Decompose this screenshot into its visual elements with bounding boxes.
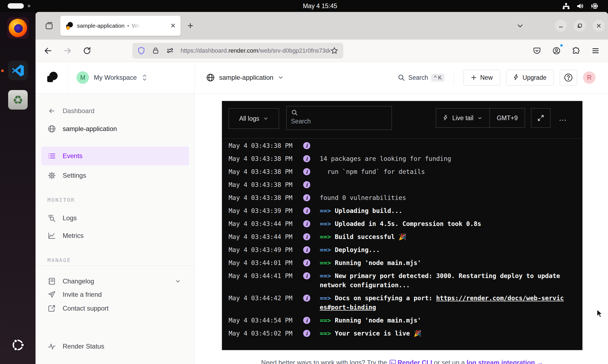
sidebar-item-settings[interactable]: Settings bbox=[36, 169, 194, 182]
log-message: ==> Uploading build... bbox=[320, 206, 564, 215]
header-divider bbox=[454, 70, 454, 85]
account-icon[interactable] bbox=[551, 45, 562, 57]
list-tabs-chevron-icon[interactable] bbox=[514, 20, 526, 32]
pocket-icon[interactable] bbox=[531, 45, 543, 57]
user-avatar[interactable]: R bbox=[583, 71, 596, 84]
log-row: May 4 03:45:02 PMi==> Your service is li… bbox=[229, 327, 576, 340]
expand-logs-button[interactable] bbox=[531, 108, 551, 128]
render-logo[interactable] bbox=[36, 62, 68, 93]
extensions-icon[interactable] bbox=[570, 45, 582, 57]
search-placeholder: Search bbox=[291, 118, 387, 125]
more-options-button[interactable]: … bbox=[559, 108, 568, 128]
log-row: May 4 03:44:54 PMi==> Running 'node main… bbox=[229, 314, 576, 327]
tab-strip: sample-application•We ✕ + bbox=[36, 12, 608, 40]
live-tail-button[interactable]: Live tail bbox=[436, 108, 489, 127]
log-arrow: ==> bbox=[320, 259, 335, 266]
render-header: M My Workspace sample-application Search… bbox=[36, 62, 608, 94]
sidebar-item-events[interactable]: Events bbox=[41, 146, 189, 165]
info-level-icon: i bbox=[303, 246, 310, 253]
log-row: May 4 03:43:44 PMi==> Uploaded in 4.5s. … bbox=[229, 217, 576, 230]
log-message: ==> Docs on specifying a port: https://r… bbox=[320, 293, 564, 312]
sidebar-service-name[interactable]: sample-application bbox=[36, 123, 194, 135]
workspace-selector[interactable]: M My Workspace bbox=[68, 62, 195, 93]
maximize-button[interactable] bbox=[574, 20, 586, 32]
lock-icon[interactable] bbox=[152, 47, 159, 55]
new-button[interactable]: New bbox=[463, 70, 500, 85]
sidebar-item-changelog[interactable]: Changelog bbox=[36, 275, 194, 288]
forward-icon[interactable] bbox=[62, 45, 73, 57]
sidebar-item-render-status[interactable]: Render Status bbox=[36, 340, 194, 353]
url-text[interactable]: https://dashboard.render.com/web/srv-d0b… bbox=[181, 47, 330, 54]
permissions-icon[interactable] bbox=[166, 47, 174, 55]
log-timestamp: May 4 03:44:01 PM bbox=[229, 258, 294, 267]
ubuntu-logo-icon[interactable] bbox=[7, 337, 29, 353]
log-message: run `npm fund` for details bbox=[320, 167, 564, 176]
log-row: May 4 03:44:01 PMi==> Running 'node main… bbox=[229, 256, 576, 269]
minimize-button[interactable] bbox=[555, 20, 567, 32]
new-tab-button[interactable]: + bbox=[184, 20, 196, 32]
menu-hamburger-icon[interactable] bbox=[590, 45, 601, 57]
log-message: ==> Uploaded in 4.5s. Compression took 0… bbox=[320, 219, 564, 228]
search-icon bbox=[398, 74, 405, 81]
sidebar-item-contact[interactable]: Contact support bbox=[36, 302, 194, 315]
tab-title: sample-application•We bbox=[77, 23, 140, 29]
log-row: May 4 03:43:49 PMi==> Deploying... bbox=[229, 243, 576, 256]
reload-icon[interactable] bbox=[81, 45, 93, 57]
terminal-icon bbox=[389, 360, 396, 364]
plus-icon bbox=[471, 74, 477, 81]
log-arrow: ==> bbox=[320, 272, 335, 279]
info-level-icon: i bbox=[303, 142, 310, 149]
log-row: May 4 03:43:38 PMifound 0 vulnerabilitie… bbox=[229, 191, 576, 204]
browser-toolbar: https://dashboard.render.com/web/srv-d0b… bbox=[36, 40, 608, 62]
close-window-button[interactable] bbox=[593, 20, 605, 32]
log-message: ==> Your service is live 🎉 bbox=[320, 329, 564, 338]
log-row: May 4 03:43:39 PMi==> Uploading build... bbox=[229, 204, 576, 217]
sidebar-item-metrics[interactable]: Metrics bbox=[36, 229, 194, 242]
sidebar-item-invite[interactable]: Invite a friend bbox=[36, 288, 194, 301]
log-timestamp: May 4 03:43:39 PM bbox=[229, 206, 294, 215]
back-arrow-icon bbox=[47, 107, 56, 115]
global-search[interactable]: Search ^ K bbox=[398, 74, 444, 82]
contact-icon bbox=[47, 304, 56, 312]
firefox-view-icon[interactable] bbox=[43, 20, 55, 32]
workspace-dot-indicator[interactable] bbox=[28, 5, 30, 7]
workspace-pill-indicator[interactable] bbox=[8, 3, 24, 9]
log-stream-link[interactable]: log stream integration → bbox=[466, 359, 543, 364]
running-indicator-dot bbox=[1, 69, 4, 72]
log-search-input[interactable]: Search bbox=[286, 106, 392, 130]
timezone-button[interactable]: GMT+9 bbox=[490, 108, 525, 127]
url-bar[interactable]: https://dashboard.render.com/web/srv-d0b… bbox=[132, 43, 343, 59]
vscode-icon[interactable] bbox=[8, 61, 28, 80]
sidebar: Dashboardsample-applicationEventsSetting… bbox=[36, 94, 195, 364]
help-button[interactable] bbox=[560, 70, 577, 85]
pulse-icon bbox=[47, 342, 56, 350]
log-message: found 0 vulnerabilities bbox=[320, 193, 564, 202]
sidebar-item-logs[interactable]: Logs bbox=[36, 212, 194, 224]
sidebar-back-dashboard[interactable]: Dashboard bbox=[36, 105, 194, 117]
log-timestamp: May 4 03:45:02 PM bbox=[229, 329, 294, 338]
log-timestamp: May 4 03:44:41 PM bbox=[229, 271, 294, 290]
log-filter-dropdown[interactable]: All logs bbox=[229, 108, 279, 129]
upgrade-button[interactable]: Upgrade bbox=[506, 70, 554, 85]
info-level-icon: i bbox=[303, 272, 310, 279]
info-level-icon: i bbox=[303, 233, 310, 240]
browser-tab[interactable]: sample-application•We ✕ bbox=[60, 16, 181, 36]
tab-close-icon[interactable]: ✕ bbox=[170, 22, 176, 30]
shield-icon[interactable] bbox=[137, 47, 145, 55]
info-level-icon: i bbox=[303, 194, 310, 201]
system-tray[interactable] bbox=[562, 0, 598, 12]
info-level-icon: i bbox=[303, 168, 310, 175]
log-timestamp: May 4 03:43:38 PM bbox=[229, 193, 294, 202]
back-icon[interactable] bbox=[42, 45, 54, 57]
clock[interactable]: May 4 15:45 bbox=[287, 0, 353, 12]
firefox-icon[interactable] bbox=[7, 17, 29, 39]
bookmark-star-icon[interactable] bbox=[330, 47, 338, 55]
log-row: May 4 03:44:41 PMi==> New primary port d… bbox=[229, 269, 576, 292]
log-timestamp: May 4 03:43:38 PM bbox=[229, 167, 294, 176]
log-row: May 4 03:43:38 PMi run `npm fund` for de… bbox=[229, 165, 576, 178]
render-cli-link[interactable]: Render CLI bbox=[398, 359, 432, 364]
project-selector[interactable]: sample-application bbox=[195, 62, 284, 93]
chevron-down-icon bbox=[175, 278, 181, 284]
recycle-app-icon[interactable]: ♻ bbox=[8, 90, 28, 110]
log-message: ==> Running 'node main.mjs' bbox=[320, 316, 564, 325]
